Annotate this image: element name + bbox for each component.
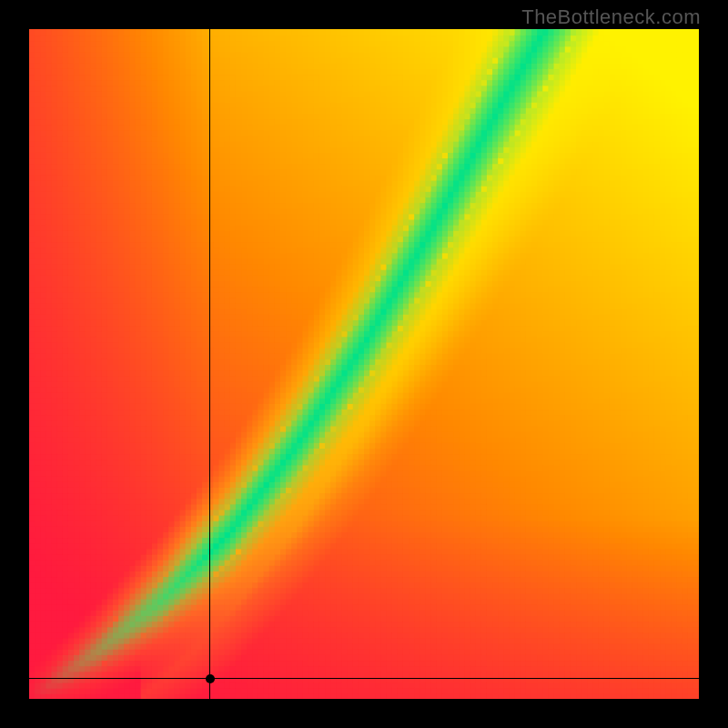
crosshair-horizontal xyxy=(29,678,699,679)
heatmap-canvas xyxy=(29,29,699,699)
crosshair-vertical xyxy=(209,29,210,699)
heatmap-plot xyxy=(29,29,699,699)
chart-frame: TheBottleneck.com xyxy=(0,0,728,728)
marker-dot xyxy=(206,674,215,683)
watermark-text: TheBottleneck.com xyxy=(521,5,701,29)
